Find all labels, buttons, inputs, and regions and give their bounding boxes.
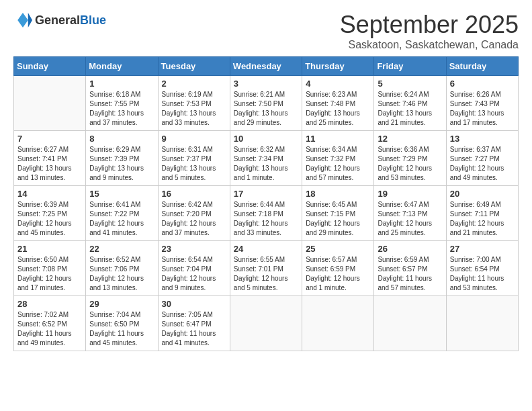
calendar-cell <box>14 76 86 131</box>
calendar-week-row: 21Sunrise: 6:50 AMSunset: 7:08 PMDayligh… <box>14 241 519 296</box>
cell-sun-info: Sunrise: 6:19 AMSunset: 7:53 PMDaylight:… <box>162 90 226 128</box>
day-number: 5 <box>378 79 442 89</box>
calendar-cell: 8Sunrise: 6:29 AMSunset: 7:39 PMDaylight… <box>86 131 158 186</box>
day-number: 6 <box>450 79 515 89</box>
day-number: 2 <box>162 79 226 89</box>
cell-sun-info: Sunrise: 6:42 AMSunset: 7:20 PMDaylight:… <box>162 200 226 238</box>
month-title: September 2025 <box>340 11 519 39</box>
calendar-cell: 23Sunrise: 6:54 AMSunset: 7:04 PMDayligh… <box>158 241 230 296</box>
calendar-cell <box>230 296 302 351</box>
cell-sun-info: Sunrise: 7:00 AMSunset: 6:54 PMDaylight:… <box>450 255 515 293</box>
cell-sun-info: Sunrise: 6:59 AMSunset: 6:57 PMDaylight:… <box>378 255 442 293</box>
day-header-thursday: Thursday <box>302 57 374 76</box>
cell-sun-info: Sunrise: 6:29 AMSunset: 7:39 PMDaylight:… <box>89 145 154 183</box>
day-header-tuesday: Tuesday <box>158 57 230 76</box>
cell-sun-info: Sunrise: 6:49 AMSunset: 7:11 PMDaylight:… <box>450 200 515 238</box>
calendar-cell: 4Sunrise: 6:23 AMSunset: 7:48 PMDaylight… <box>302 76 374 131</box>
day-number: 9 <box>162 134 226 144</box>
location-title: Saskatoon, Saskatchewan, Canada <box>340 39 519 51</box>
calendar-cell: 3Sunrise: 6:21 AMSunset: 7:50 PMDaylight… <box>230 76 302 131</box>
calendar-cell <box>446 296 518 351</box>
calendar-cell: 26Sunrise: 6:59 AMSunset: 6:57 PMDayligh… <box>374 241 446 296</box>
day-number: 26 <box>378 244 442 254</box>
logo-blue-text: Blue <box>80 13 106 28</box>
calendar-cell: 15Sunrise: 6:41 AMSunset: 7:22 PMDayligh… <box>86 186 158 241</box>
calendar-cell: 21Sunrise: 6:50 AMSunset: 7:08 PMDayligh… <box>14 241 86 296</box>
calendar-cell: 16Sunrise: 6:42 AMSunset: 7:20 PMDayligh… <box>158 186 230 241</box>
cell-sun-info: Sunrise: 6:18 AMSunset: 7:55 PMDaylight:… <box>89 90 154 128</box>
day-header-friday: Friday <box>374 57 446 76</box>
calendar-cell: 29Sunrise: 7:04 AMSunset: 6:50 PMDayligh… <box>86 296 158 351</box>
cell-sun-info: Sunrise: 6:23 AMSunset: 7:48 PMDaylight:… <box>306 90 370 128</box>
calendar-week-row: 7Sunrise: 6:27 AMSunset: 7:41 PMDaylight… <box>14 131 519 186</box>
day-number: 15 <box>89 189 154 199</box>
calendar-cell: 7Sunrise: 6:27 AMSunset: 7:41 PMDaylight… <box>14 131 86 186</box>
day-number: 10 <box>234 134 298 144</box>
cell-sun-info: Sunrise: 6:27 AMSunset: 7:41 PMDaylight:… <box>17 145 82 183</box>
cell-sun-info: Sunrise: 6:41 AMSunset: 7:22 PMDaylight:… <box>89 200 154 238</box>
day-number: 16 <box>162 189 226 199</box>
day-number: 27 <box>450 244 515 254</box>
day-number: 13 <box>450 134 515 144</box>
calendar-cell: 13Sunrise: 6:37 AMSunset: 7:27 PMDayligh… <box>446 131 518 186</box>
calendar-cell: 25Sunrise: 6:57 AMSunset: 6:59 PMDayligh… <box>302 241 374 296</box>
cell-sun-info: Sunrise: 6:52 AMSunset: 7:06 PMDaylight:… <box>89 255 154 293</box>
cell-sun-info: Sunrise: 6:50 AMSunset: 7:08 PMDaylight:… <box>17 255 82 293</box>
calendar-cell <box>302 296 374 351</box>
cell-sun-info: Sunrise: 6:55 AMSunset: 7:01 PMDaylight:… <box>234 255 298 293</box>
day-number: 17 <box>234 189 298 199</box>
day-number: 21 <box>17 244 82 254</box>
cell-sun-info: Sunrise: 7:04 AMSunset: 6:50 PMDaylight:… <box>89 310 154 348</box>
calendar-cell: 6Sunrise: 6:26 AMSunset: 7:43 PMDaylight… <box>446 76 518 131</box>
calendar-cell: 17Sunrise: 6:44 AMSunset: 7:18 PMDayligh… <box>230 186 302 241</box>
calendar-cell: 19Sunrise: 6:47 AMSunset: 7:13 PMDayligh… <box>374 186 446 241</box>
day-number: 24 <box>234 244 298 254</box>
calendar-cell: 11Sunrise: 6:34 AMSunset: 7:32 PMDayligh… <box>302 131 374 186</box>
cell-sun-info: Sunrise: 6:47 AMSunset: 7:13 PMDaylight:… <box>378 200 442 238</box>
day-number: 23 <box>162 244 226 254</box>
calendar-week-row: 28Sunrise: 7:02 AMSunset: 6:52 PMDayligh… <box>14 296 519 351</box>
cell-sun-info: Sunrise: 6:39 AMSunset: 7:25 PMDaylight:… <box>17 200 82 238</box>
cell-sun-info: Sunrise: 6:37 AMSunset: 7:27 PMDaylight:… <box>450 145 515 183</box>
cell-sun-info: Sunrise: 6:44 AMSunset: 7:18 PMDaylight:… <box>234 200 298 238</box>
cell-sun-info: Sunrise: 6:36 AMSunset: 7:29 PMDaylight:… <box>378 145 442 183</box>
calendar-cell: 1Sunrise: 6:18 AMSunset: 7:55 PMDaylight… <box>86 76 158 131</box>
calendar-cell: 5Sunrise: 6:24 AMSunset: 7:46 PMDaylight… <box>374 76 446 131</box>
day-number: 28 <box>17 299 82 309</box>
day-number: 7 <box>17 134 82 144</box>
calendar-cell: 2Sunrise: 6:19 AMSunset: 7:53 PMDaylight… <box>158 76 230 131</box>
page-header: General Blue September 2025 Saskatoon, S… <box>13 11 519 51</box>
calendar-cell: 30Sunrise: 7:05 AMSunset: 6:47 PMDayligh… <box>158 296 230 351</box>
cell-sun-info: Sunrise: 7:05 AMSunset: 6:47 PMDaylight:… <box>162 310 226 348</box>
cell-sun-info: Sunrise: 6:45 AMSunset: 7:15 PMDaylight:… <box>306 200 370 238</box>
logo-icon <box>13 11 32 30</box>
calendar-cell: 12Sunrise: 6:36 AMSunset: 7:29 PMDayligh… <box>374 131 446 186</box>
day-number: 8 <box>89 134 154 144</box>
day-number: 22 <box>89 244 154 254</box>
calendar-cell: 10Sunrise: 6:32 AMSunset: 7:34 PMDayligh… <box>230 131 302 186</box>
day-number: 12 <box>378 134 442 144</box>
cell-sun-info: Sunrise: 6:31 AMSunset: 7:37 PMDaylight:… <box>162 145 226 183</box>
day-number: 14 <box>17 189 82 199</box>
day-header-wednesday: Wednesday <box>230 57 302 76</box>
calendar-header-row: SundayMondayTuesdayWednesdayThursdayFrid… <box>14 57 519 76</box>
logo: General Blue <box>13 11 106 30</box>
day-number: 19 <box>378 189 442 199</box>
calendar-cell: 9Sunrise: 6:31 AMSunset: 7:37 PMDaylight… <box>158 131 230 186</box>
cell-sun-info: Sunrise: 6:32 AMSunset: 7:34 PMDaylight:… <box>234 145 298 183</box>
day-number: 20 <box>450 189 515 199</box>
day-number: 18 <box>306 189 370 199</box>
day-header-monday: Monday <box>86 57 158 76</box>
calendar-cell: 20Sunrise: 6:49 AMSunset: 7:11 PMDayligh… <box>446 186 518 241</box>
day-number: 25 <box>306 244 370 254</box>
day-number: 3 <box>234 79 298 89</box>
calendar-cell: 28Sunrise: 7:02 AMSunset: 6:52 PMDayligh… <box>14 296 86 351</box>
cell-sun-info: Sunrise: 6:21 AMSunset: 7:50 PMDaylight:… <box>234 90 298 128</box>
logo-general-text: General <box>35 13 80 28</box>
calendar-cell <box>374 296 446 351</box>
calendar-cell: 22Sunrise: 6:52 AMSunset: 7:06 PMDayligh… <box>86 241 158 296</box>
day-header-saturday: Saturday <box>446 57 518 76</box>
cell-sun-info: Sunrise: 6:54 AMSunset: 7:04 PMDaylight:… <box>162 255 226 293</box>
calendar-cell: 24Sunrise: 6:55 AMSunset: 7:01 PMDayligh… <box>230 241 302 296</box>
day-number: 1 <box>89 79 154 89</box>
